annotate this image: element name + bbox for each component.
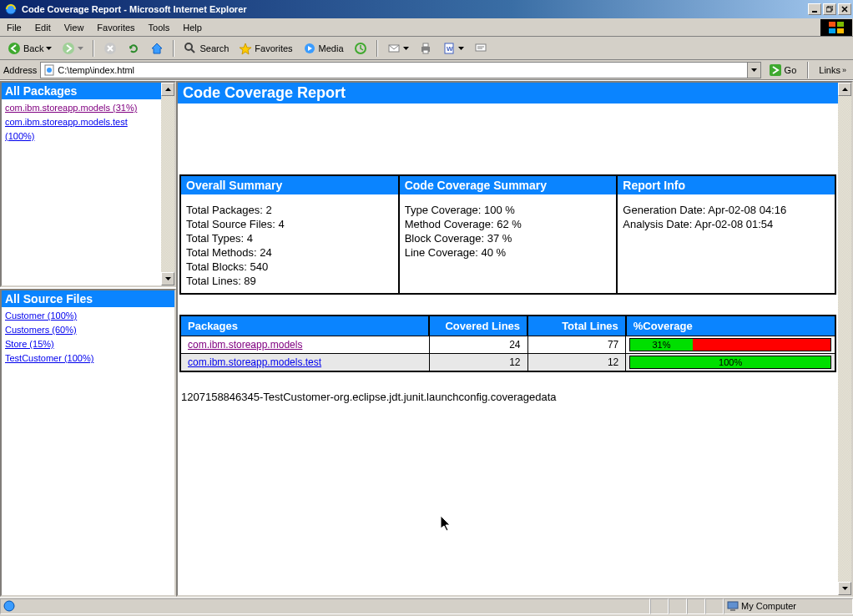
computer-icon xyxy=(727,600,739,612)
overall-line: Total Methods: 24 xyxy=(186,245,393,260)
menu-help[interactable]: Help xyxy=(176,20,209,35)
menu-view[interactable]: View xyxy=(58,20,91,35)
overall-summary-header: Overall Summary xyxy=(181,176,398,194)
address-input[interactable] xyxy=(58,63,746,77)
coverage-summary-box: Code Coverage Summary Type Coverage: 100… xyxy=(400,176,618,293)
status-cell xyxy=(687,598,705,614)
svg-point-11 xyxy=(185,43,192,50)
svg-text:W: W xyxy=(447,45,453,53)
sidebar: All Packages com.ibm.storeapp.models (31… xyxy=(0,81,176,597)
col-total: Total Lines xyxy=(527,316,626,336)
refresh-button[interactable] xyxy=(123,39,144,58)
package-row-link[interactable]: com.ibm.storeapp.models xyxy=(188,339,302,351)
svg-rect-5 xyxy=(837,22,844,27)
mail-button[interactable] xyxy=(383,39,413,58)
favorites-button[interactable]: Favorites xyxy=(235,39,296,58)
svg-rect-3 xyxy=(826,8,831,12)
table-row: com.ibm.storeapp.models247731% xyxy=(180,336,835,354)
back-button[interactable]: Back xyxy=(3,39,56,58)
links-button[interactable]: Links » xyxy=(815,62,850,78)
status-main xyxy=(0,598,650,614)
address-label: Address xyxy=(3,65,37,75)
package-link[interactable]: com.ibm.storeapp.models.test (100%) xyxy=(5,115,158,144)
svg-rect-4 xyxy=(829,22,835,27)
file-link[interactable]: Store (15%) xyxy=(5,337,171,351)
report-info-box: Report Info Generation Date: Apr-02-08 0… xyxy=(618,176,835,293)
total-cell: 77 xyxy=(527,336,626,354)
main-frame: Code Coverage Report Overall Summary Tot… xyxy=(176,81,853,597)
overall-summary-box: Overall Summary Total Packages: 2 Total … xyxy=(181,176,400,293)
report-title: Code Coverage Report xyxy=(178,83,838,104)
package-link[interactable]: com.ibm.storeapp.models (31%) xyxy=(5,101,158,115)
media-button[interactable]: Media xyxy=(299,39,348,58)
col-covered: Covered Lines xyxy=(429,316,527,336)
scroll-track[interactable] xyxy=(838,96,851,582)
home-button[interactable] xyxy=(146,39,168,58)
menu-file[interactable]: File xyxy=(0,20,28,35)
history-button[interactable] xyxy=(350,39,371,58)
forward-button[interactable] xyxy=(58,39,88,58)
overall-line: Total Source Files: 4 xyxy=(186,217,393,231)
scrollbar[interactable] xyxy=(838,83,851,595)
scroll-down-button[interactable] xyxy=(161,272,174,285)
menu-edit[interactable]: Edit xyxy=(28,20,58,35)
scrollbar[interactable] xyxy=(161,83,174,285)
scroll-up-button[interactable] xyxy=(161,83,174,96)
close-button[interactable] xyxy=(838,3,851,15)
menu-tools[interactable]: Tools xyxy=(142,20,177,35)
file-link[interactable]: TestCustomer (100%) xyxy=(5,351,171,366)
edit-button[interactable]: W xyxy=(438,39,468,58)
print-button[interactable] xyxy=(415,39,437,58)
package-row-link[interactable]: com.ibm.storeapp.models.test xyxy=(188,356,321,368)
coverage-line: Method Coverage: 62 % xyxy=(405,217,612,231)
info-line: Generation Date: Apr-02-08 04:16 xyxy=(623,203,830,217)
coverage-line: Line Coverage: 40 % xyxy=(405,245,612,260)
coverage-line: Type Coverage: 100 % xyxy=(405,203,612,217)
go-button[interactable]: Go xyxy=(765,62,801,78)
scroll-down-button[interactable] xyxy=(838,582,851,595)
overall-line: Total Lines: 89 xyxy=(186,274,393,288)
summary-row: Overall Summary Total Packages: 2 Total … xyxy=(179,174,836,295)
navigation-toolbar: Back Search Favorites Media W xyxy=(0,37,853,60)
svg-rect-7 xyxy=(837,28,844,33)
coverage-bar: 100% xyxy=(629,356,831,369)
content-area: All Packages com.ibm.storeapp.models (31… xyxy=(0,80,853,597)
restore-button[interactable] xyxy=(823,3,836,15)
svg-rect-26 xyxy=(730,609,735,611)
col-pct: %Coverage xyxy=(626,316,835,336)
stop-button[interactable] xyxy=(99,39,121,58)
scroll-track[interactable] xyxy=(161,96,174,272)
covered-cell: 24 xyxy=(429,336,527,354)
covered-cell: 12 xyxy=(429,354,527,372)
svg-rect-25 xyxy=(728,602,738,608)
pct-cell: 100% xyxy=(626,354,835,372)
scroll-up-button[interactable] xyxy=(838,83,851,96)
file-link[interactable]: Customers (60%) xyxy=(5,323,171,337)
overall-line: Total Types: 4 xyxy=(186,231,393,245)
minimize-button[interactable] xyxy=(808,3,821,15)
report-info-header: Report Info xyxy=(618,176,835,194)
svg-rect-17 xyxy=(423,50,428,53)
window-titlebar: Code Coverage Report - Microsoft Interne… xyxy=(0,0,853,18)
svg-point-8 xyxy=(8,43,20,54)
svg-rect-23 xyxy=(770,64,781,76)
windows-flag-icon xyxy=(820,19,852,36)
status-zone: My Computer xyxy=(724,598,853,614)
page-icon xyxy=(43,63,56,77)
svg-point-9 xyxy=(63,43,74,54)
menu-favorites[interactable]: Favorites xyxy=(90,20,141,35)
table-row: com.ibm.storeapp.models.test1212100% xyxy=(180,354,835,372)
file-link[interactable]: Customer (100%) xyxy=(5,309,171,323)
discuss-button[interactable] xyxy=(470,39,492,58)
svg-point-24 xyxy=(4,601,14,611)
svg-rect-1 xyxy=(812,11,817,13)
search-button[interactable]: Search xyxy=(179,39,233,58)
svg-rect-6 xyxy=(829,28,835,33)
col-packages: Packages xyxy=(180,316,429,336)
pct-cell: 31% xyxy=(626,336,835,354)
address-bar: Address Go Links » xyxy=(0,60,853,80)
status-cell xyxy=(705,598,724,614)
coverage-summary-header: Code Coverage Summary xyxy=(400,176,617,194)
address-dropdown-button[interactable] xyxy=(747,63,760,78)
status-bar: My Computer xyxy=(0,597,853,614)
